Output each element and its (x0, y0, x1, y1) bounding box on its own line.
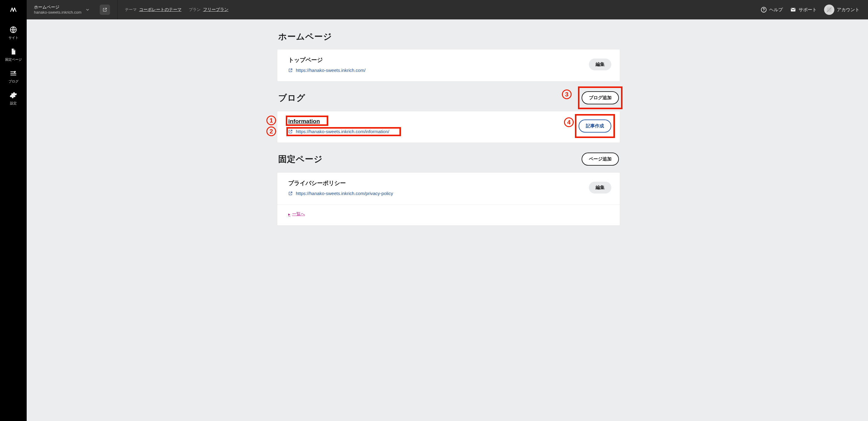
open-external-icon (288, 191, 293, 196)
section-blog: ブログ ブログ追加 3 information (277, 87, 620, 143)
support-label: サポート (799, 7, 817, 13)
annotation-2: 2 (267, 127, 276, 136)
account-label: アカウント (837, 7, 860, 13)
annotation-1: 1 (267, 116, 276, 125)
edit-lines-icon (9, 69, 17, 77)
card-left: プライバシーポリシー https://hanako-sweets.inkrich… (288, 179, 393, 196)
main: ホームページ トップページ https://hanako-sweets.inkr… (27, 20, 868, 421)
card-title: プライバシーポリシー (288, 179, 393, 187)
open-external-icon (288, 68, 293, 73)
site-selector[interactable]: ホームページ hanako-sweets.inkrich.com (27, 0, 118, 20)
avatar-icon (824, 4, 834, 15)
card-row: information https://hanako-sweets.inkric… (277, 111, 620, 143)
gear-icon (9, 91, 17, 99)
card-top-page: トップページ https://hanako-sweets.inkrich.com… (277, 49, 620, 82)
content: ホームページ トップページ https://hanako-sweets.inkr… (275, 27, 620, 226)
section-title: ブログ (278, 92, 306, 104)
document-icon (9, 48, 17, 56)
sidebar-item-label: 設定 (10, 101, 17, 106)
card-left: information https://hanako-sweets.inkric… (288, 118, 389, 134)
section-homepage-header: ホームページ (277, 27, 620, 49)
card-url-link[interactable]: https://hanako-sweets.inkrich.com/inform… (296, 129, 389, 134)
chevron-down-icon (85, 7, 90, 12)
open-external-button[interactable] (100, 4, 110, 15)
card-url-link[interactable]: https://hanako-sweets.inkrich.com/ (296, 68, 366, 73)
add-blog-wrap: ブログ追加 (582, 91, 619, 104)
mail-icon (790, 7, 796, 13)
site-selector-texts: ホームページ hanako-sweets.inkrich.com (34, 4, 82, 15)
edit-button[interactable]: 編集 (589, 182, 611, 194)
section-title: 固定ページ (278, 153, 323, 165)
open-external-icon (288, 129, 293, 134)
card-url-link[interactable]: https://hanako-sweets.inkrich.com/privac… (296, 191, 393, 196)
list-all-link[interactable]: ▸ 一覧へ (288, 212, 305, 217)
card-left: トップページ https://hanako-sweets.inkrich.com… (288, 56, 366, 73)
create-post-button[interactable]: 記事作成 (579, 119, 611, 133)
section-title: ホームページ (278, 31, 332, 43)
card-url: https://hanako-sweets.inkrich.com/privac… (288, 191, 393, 196)
topbar: ホームページ hanako-sweets.inkrich.com テーマ コーポ… (0, 0, 868, 20)
list-link-row: ▸ 一覧へ (277, 204, 620, 225)
help-link[interactable]: ヘルプ (761, 7, 783, 13)
card-blog-information: information https://hanako-sweets.inkric… (277, 111, 620, 143)
card-row: トップページ https://hanako-sweets.inkrich.com… (277, 50, 620, 81)
topbar-meta: テーマ コーポレートのテーマ プラン フリープラン (118, 0, 236, 20)
plan-block: プラン フリープラン (189, 7, 228, 12)
caret-right-icon: ▸ (288, 212, 290, 217)
globe-icon (9, 26, 17, 34)
sidebar-item-label: 固定ページ (5, 57, 22, 62)
add-blog-button[interactable]: ブログ追加 (582, 91, 619, 104)
sidebar-item-label: サイト (8, 35, 19, 40)
shell: サイト 固定ページ ブログ 設定 ホームページ (0, 20, 868, 421)
theme-block: テーマ コーポレートのテーマ (125, 7, 182, 12)
theme-link[interactable]: コーポレートのテーマ (139, 7, 182, 12)
section-blog-header: ブログ ブログ追加 (277, 87, 620, 111)
sidebar-item-fixed-pages[interactable]: 固定ページ (0, 44, 27, 65)
theme-label: テーマ (125, 7, 137, 12)
topbar-right: ヘルプ サポート アカウント (752, 0, 868, 20)
card-url: https://hanako-sweets.inkrich.com/ (288, 68, 366, 73)
add-page-button[interactable]: ページ追加 (582, 152, 619, 166)
help-icon (761, 7, 767, 13)
card-url: https://hanako-sweets.inkrich.com/inform… (288, 129, 389, 134)
site-domain: hanako-sweets.inkrich.com (34, 10, 82, 15)
brand-logo-icon (7, 4, 20, 16)
card-title: トップページ (288, 56, 366, 64)
help-label: ヘルプ (769, 7, 783, 13)
sidebar-item-settings[interactable]: 設定 (0, 87, 27, 109)
sidebar-item-site[interactable]: サイト (0, 22, 27, 44)
plan-label: プラン (189, 7, 200, 12)
open-external-icon (102, 7, 107, 12)
blog-info-title-link[interactable]: information (288, 118, 320, 124)
card-row: プライバシーポリシー https://hanako-sweets.inkrich… (277, 173, 620, 204)
edit-button[interactable]: 編集 (589, 59, 611, 71)
logo-cell[interactable] (0, 0, 27, 20)
create-post-wrap: 記事作成 (579, 119, 611, 133)
sidebar: サイト 固定ページ ブログ 設定 (0, 20, 27, 421)
sidebar-item-blog[interactable]: ブログ (0, 65, 27, 87)
plan-link[interactable]: フリープラン (203, 7, 228, 12)
account-link[interactable]: アカウント (824, 4, 860, 15)
sidebar-item-label: ブログ (8, 79, 19, 84)
support-link[interactable]: サポート (790, 7, 817, 13)
list-all-label: 一覧へ (292, 212, 305, 217)
section-fixed-header: 固定ページ ページ追加 (277, 148, 620, 172)
site-title: ホームページ (34, 4, 82, 10)
card-privacy: プライバシーポリシー https://hanako-sweets.inkrich… (277, 172, 620, 226)
